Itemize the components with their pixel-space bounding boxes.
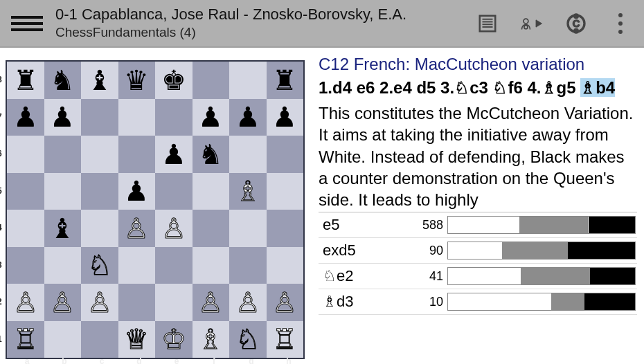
square-f6[interactable]: ♞ xyxy=(193,136,230,173)
square-c5[interactable] xyxy=(81,173,118,210)
square-a2[interactable]: 2♙ xyxy=(7,284,44,321)
square-d6[interactable] xyxy=(118,136,156,173)
square-e6[interactable]: ♟ xyxy=(155,136,193,173)
notation-icon[interactable] xyxy=(475,11,500,36)
title-block: 0-1 Capablanca, Jose Raul - Znosko-Borov… xyxy=(43,6,475,41)
result-bar xyxy=(447,242,636,260)
book-row[interactable]: ♘e241 xyxy=(319,264,637,289)
square-b6[interactable] xyxy=(44,136,82,173)
piece: ♚ xyxy=(161,66,186,94)
square-a6[interactable]: 6 xyxy=(7,136,44,173)
square-e8[interactable]: ♚ xyxy=(155,62,193,99)
piece: ♙ xyxy=(198,289,223,316)
square-b3[interactable] xyxy=(44,247,82,284)
square-h1[interactable]: ♖ xyxy=(267,321,304,358)
book-count: 588 xyxy=(409,218,447,233)
piece: ♖ xyxy=(13,325,38,353)
square-c1[interactable] xyxy=(81,321,118,358)
square-h7[interactable]: ♟ xyxy=(267,99,304,136)
square-c2[interactable]: ♙ xyxy=(81,284,118,321)
square-f5[interactable] xyxy=(193,173,230,210)
square-e2[interactable] xyxy=(155,284,193,321)
square-g1[interactable]: ♘ xyxy=(229,321,267,358)
square-b4[interactable]: ♝ xyxy=(44,210,82,247)
move-list[interactable]: 1.d4 e6 2.e4 d5 3.♘c3 ♘f6 4.♗g5 ♗b4 xyxy=(319,77,637,98)
square-d4[interactable]: ♙ xyxy=(118,210,156,247)
square-b2[interactable]: ♙ xyxy=(44,284,82,321)
piece: ♟ xyxy=(272,103,297,131)
square-h4[interactable] xyxy=(267,210,304,247)
result-bar xyxy=(447,293,636,311)
square-f8[interactable] xyxy=(193,62,230,99)
square-c8[interactable]: ♝ xyxy=(81,62,118,99)
square-f1[interactable]: ♗ xyxy=(193,321,230,358)
piece: ♙ xyxy=(235,289,260,316)
square-g6[interactable] xyxy=(229,136,267,173)
square-f4[interactable] xyxy=(193,210,230,247)
square-a5[interactable]: 5 xyxy=(7,173,44,210)
menu-button[interactable] xyxy=(11,16,43,31)
square-g3[interactable] xyxy=(229,247,267,284)
square-g8[interactable] xyxy=(229,62,267,99)
square-d3[interactable] xyxy=(118,247,156,284)
book-row[interactable]: e5588 xyxy=(319,212,637,238)
toolbar-icons: C xyxy=(475,11,633,36)
square-f3[interactable] xyxy=(193,247,230,284)
book-row[interactable]: exd590 xyxy=(319,238,637,264)
square-b7[interactable]: ♟ xyxy=(44,99,82,136)
piece: ♙ xyxy=(13,289,38,316)
piece: ♙ xyxy=(161,215,186,242)
square-h6[interactable] xyxy=(267,136,304,173)
book-move: ♘e2 xyxy=(319,267,409,285)
square-a8[interactable]: 8♜ xyxy=(7,62,44,99)
square-d7[interactable] xyxy=(118,99,156,136)
engine-toggle-icon[interactable]: C xyxy=(564,11,589,36)
square-a4[interactable]: 4 xyxy=(7,210,44,247)
engine-play-icon[interactable] xyxy=(519,11,544,36)
square-c7[interactable] xyxy=(81,99,118,136)
square-d5[interactable]: ♟ xyxy=(118,173,156,210)
file-label: g xyxy=(233,356,270,364)
square-a7[interactable]: 7♟ xyxy=(7,99,44,136)
book-row[interactable]: ♗d310 xyxy=(319,289,637,315)
result-bar xyxy=(447,267,636,285)
square-d8[interactable]: ♛ xyxy=(118,62,156,99)
book-count: 90 xyxy=(409,244,447,258)
overflow-menu-icon[interactable] xyxy=(608,11,633,36)
square-e7[interactable] xyxy=(155,99,193,136)
square-b8[interactable]: ♞ xyxy=(44,62,82,99)
svg-rect-0 xyxy=(480,15,496,31)
piece: ♞ xyxy=(50,66,75,94)
square-h8[interactable]: ♜ xyxy=(267,62,304,99)
square-f2[interactable]: ♙ xyxy=(193,284,230,321)
square-a3[interactable]: 3 xyxy=(7,247,44,284)
square-h5[interactable] xyxy=(267,173,304,210)
square-e4[interactable]: ♙ xyxy=(155,210,193,247)
game-source: ChessFundamentals (4) xyxy=(55,25,463,41)
square-g7[interactable]: ♟ xyxy=(229,99,267,136)
square-e1[interactable]: ♔ xyxy=(155,321,193,358)
square-h2[interactable]: ♙ xyxy=(267,284,304,321)
chess-board[interactable]: 8♜♞♝♛♚♜7♟♟♟♟♟6♟♞5♟♗4♝♙♙3♘2♙♙♙♙♙♙1♖♕♔♗♘♖ xyxy=(6,60,305,359)
piece: ♟ xyxy=(50,103,75,131)
square-a1[interactable]: 1♖ xyxy=(7,321,44,358)
square-b1[interactable] xyxy=(44,321,82,358)
svg-text:C: C xyxy=(573,18,580,29)
piece: ♙ xyxy=(87,289,112,316)
square-g4[interactable] xyxy=(229,210,267,247)
square-d2[interactable] xyxy=(118,284,156,321)
square-c6[interactable] xyxy=(81,136,118,173)
square-e3[interactable] xyxy=(155,247,193,284)
square-g2[interactable]: ♙ xyxy=(229,284,267,321)
square-g5[interactable]: ♗ xyxy=(229,173,267,210)
square-b5[interactable] xyxy=(44,173,82,210)
square-h3[interactable] xyxy=(267,247,304,284)
book-move: exd5 xyxy=(319,242,409,260)
piece: ♟ xyxy=(13,103,38,131)
piece: ♟ xyxy=(235,103,260,131)
square-e5[interactable] xyxy=(155,173,193,210)
square-c4[interactable] xyxy=(81,210,118,247)
square-d1[interactable]: ♕ xyxy=(118,321,156,358)
square-c3[interactable]: ♘ xyxy=(81,247,118,284)
square-f7[interactable]: ♟ xyxy=(193,99,230,136)
